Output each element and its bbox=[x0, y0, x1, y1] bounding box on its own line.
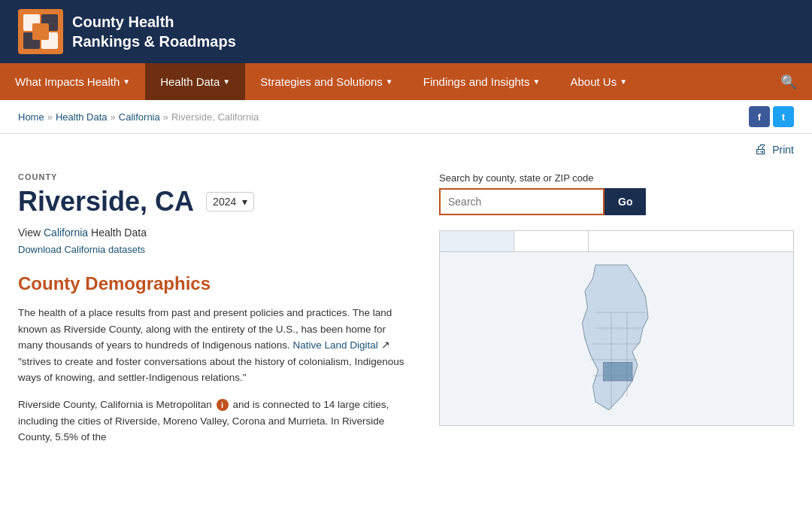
breadcrumb-home[interactable]: Home bbox=[18, 111, 44, 123]
map-tabs bbox=[440, 231, 793, 252]
print-bar: 🖨 Print bbox=[0, 134, 812, 157]
chevron-down-icon: ▾ bbox=[242, 196, 247, 208]
state-link[interactable]: California bbox=[44, 227, 88, 239]
site-header: County Health Rankings & Roadmaps bbox=[0, 0, 812, 63]
logo-svg bbox=[22, 13, 59, 50]
breadcrumb-bar: Home » Health Data » California » Rivers… bbox=[0, 100, 812, 134]
year-select[interactable]: 2024 ▾ bbox=[206, 192, 254, 211]
para2-prefix: Riverside County, California is Metropol… bbox=[18, 399, 212, 410]
breadcrumb-current: Riverside, California bbox=[171, 111, 259, 123]
facebook-icon[interactable]: f bbox=[749, 106, 770, 127]
view-prefix: View bbox=[18, 227, 41, 239]
print-icon: 🖨 bbox=[754, 141, 768, 157]
nav-about[interactable]: About Us ▼ bbox=[555, 63, 642, 100]
logo[interactable]: County Health Rankings & Roadmaps bbox=[18, 9, 236, 54]
map-svg-area bbox=[440, 252, 793, 425]
nav-label: What Impacts Health bbox=[15, 75, 120, 88]
print-label: Print bbox=[772, 144, 794, 156]
map-container bbox=[439, 230, 794, 426]
nav-label: Strategies and Solutions bbox=[260, 75, 383, 88]
breadcrumb: Home » Health Data » California » Rivers… bbox=[18, 111, 259, 123]
logo-icon bbox=[18, 9, 63, 54]
map-tab-2[interactable] bbox=[514, 231, 589, 251]
search-row: Go bbox=[439, 188, 794, 215]
nav-label: Findings and Insights bbox=[423, 75, 530, 88]
chevron-down-icon: ▼ bbox=[386, 78, 393, 86]
native-land-link[interactable]: Native Land Digital bbox=[293, 339, 378, 351]
nav-health-data[interactable]: Health Data ▼ bbox=[145, 63, 245, 100]
right-column: Search by county, state or ZIP code Go bbox=[439, 172, 794, 456]
info-icon[interactable]: i bbox=[217, 399, 229, 411]
main-nav: What Impacts Health ▼ Health Data ▼ Stra… bbox=[0, 63, 812, 100]
county-name-row: Riverside, CA 2024 ▾ bbox=[18, 186, 409, 217]
county-label: COUNTY bbox=[18, 172, 409, 181]
chevron-down-icon: ▼ bbox=[533, 78, 541, 86]
breadcrumb-sep: » bbox=[47, 111, 53, 123]
nav-what-impacts-health[interactable]: What Impacts Health ▼ bbox=[0, 63, 145, 100]
nav-items: What Impacts Health ▼ Health Data ▼ Stra… bbox=[0, 63, 765, 100]
main-content: COUNTY Riverside, CA 2024 ▾ View Califor… bbox=[0, 157, 812, 471]
breadcrumb-sep: » bbox=[111, 111, 116, 123]
svg-rect-4 bbox=[32, 23, 49, 40]
chevron-down-icon: ▼ bbox=[123, 78, 130, 86]
map-tab-1[interactable] bbox=[440, 231, 514, 251]
svg-marker-5 bbox=[583, 265, 649, 410]
breadcrumb-state[interactable]: California bbox=[119, 111, 160, 123]
logo-text: County Health Rankings & Roadmaps bbox=[72, 12, 236, 51]
paragraph1-cont: "strives to create and foster conversati… bbox=[18, 356, 404, 384]
nav-label: Health Data bbox=[160, 75, 220, 88]
breadcrumb-sep: » bbox=[163, 111, 168, 123]
view-suffix: Health Data bbox=[91, 227, 147, 239]
nav-findings[interactable]: Findings and Insights ▼ bbox=[408, 63, 556, 100]
chevron-down-icon: ▼ bbox=[223, 78, 230, 86]
left-column: COUNTY Riverside, CA 2024 ▾ View Califor… bbox=[18, 172, 409, 456]
svg-rect-13 bbox=[604, 363, 633, 382]
print-link[interactable]: 🖨 Print bbox=[754, 141, 794, 157]
search-label: Search by county, state or ZIP code bbox=[439, 172, 794, 184]
county-name: Riverside, CA bbox=[18, 186, 194, 217]
twitter-icon[interactable]: t bbox=[773, 106, 794, 127]
breadcrumb-health-data[interactable]: Health Data bbox=[56, 111, 108, 123]
california-map-svg bbox=[541, 260, 692, 418]
section-title: County Demographics bbox=[18, 273, 409, 294]
demographics-paragraph2: Riverside County, California is Metropol… bbox=[18, 397, 409, 446]
go-button[interactable]: Go bbox=[604, 188, 646, 215]
view-state: View California Health Data bbox=[18, 227, 409, 239]
year-value: 2024 bbox=[213, 196, 236, 208]
nav-label: About Us bbox=[570, 75, 617, 88]
demographics-paragraph1: The health of a place results from past … bbox=[18, 305, 409, 386]
search-section: Search by county, state or ZIP code Go bbox=[439, 172, 794, 215]
chevron-down-icon: ▼ bbox=[620, 78, 627, 86]
search-icon[interactable]: 🔍 bbox=[765, 74, 812, 90]
search-input[interactable] bbox=[439, 188, 604, 215]
social-icons: f t bbox=[749, 106, 794, 127]
nav-strategies[interactable]: Strategies and Solutions ▼ bbox=[245, 63, 408, 100]
download-link[interactable]: Download California datasets bbox=[18, 244, 145, 255]
